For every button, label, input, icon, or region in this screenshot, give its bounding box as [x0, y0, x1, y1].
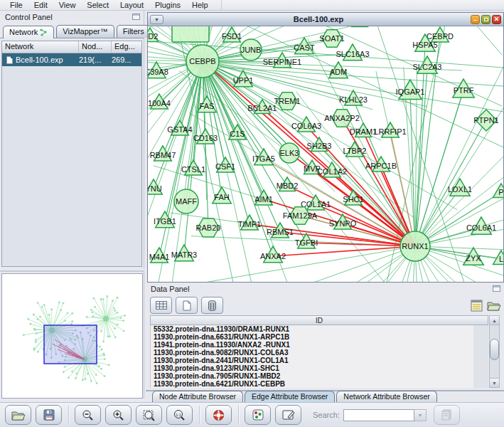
node-LTBP2[interactable]: LTBP2 — [343, 142, 367, 157]
node-CAST[interactable]: CAST — [294, 38, 315, 54]
menu-layout[interactable]: Layout — [114, 1, 149, 9]
float-panel-icon[interactable] — [493, 285, 500, 292]
annotation-button[interactable] — [275, 405, 301, 425]
node-C39A8[interactable]: C39A8 — [148, 62, 168, 78]
minimize-button[interactable]: – — [471, 15, 480, 24]
col-network[interactable]: Network — [2, 41, 79, 53]
data-panel-scrollbar[interactable]: ▲ ▼ — [489, 315, 500, 388]
menu-help[interactable]: Help — [186, 1, 214, 9]
open-button[interactable] — [5, 405, 31, 425]
edge-id-row[interactable]: 11930.protein-dna.9082/RUNX1-COL6A3 — [151, 349, 473, 357]
tab-node-attribute-browser[interactable]: Node Attribute Browser — [152, 391, 243, 402]
scroll-thumb[interactable] — [490, 339, 499, 360]
node-MAFF[interactable]: MAFF — [174, 189, 198, 214]
node-SERPINE1[interactable]: SERPINE1 — [263, 53, 301, 68]
zoom-selected-button[interactable]: 1:1 — [166, 405, 193, 425]
help-button[interactable] — [205, 405, 232, 425]
node-ITGA5[interactable]: ITGA5 — [252, 149, 275, 165]
node-ADM[interactable]: ADM — [329, 62, 348, 78]
node-MATR3[interactable]: MATR3 — [171, 245, 197, 261]
node-PTPN1[interactable]: PTPN1 — [473, 110, 498, 131]
svg-text:1:1: 1:1 — [176, 412, 181, 416]
node-CTSL1[interactable]: CTSL1 — [181, 160, 205, 175]
window-menu-button[interactable]: ▼ — [150, 15, 163, 24]
menu-view[interactable]: View — [53, 1, 82, 9]
node-KLHL23[interactable]: KLHL23 — [339, 90, 368, 105]
node-PTRF[interactable]: PTRF — [453, 79, 474, 97]
tab-network-attribute-browser[interactable]: Network Attribute Browser — [336, 391, 436, 402]
tab-edge-attribute-browser[interactable]: Edge Attribute Browser — [245, 391, 335, 402]
node-COL6A1[interactable]: COL6A1 — [466, 217, 496, 234]
node-SLC16A3[interactable]: SLC16A3 — [336, 44, 369, 60]
tab-network[interactable]: Network — [3, 26, 54, 38]
vizmapper-button[interactable] — [245, 405, 271, 425]
open-attribute-folder-icon[interactable] — [487, 300, 501, 311]
select-attributes-button[interactable] — [150, 297, 172, 314]
node-ZYX[interactable]: ZYX — [463, 248, 484, 265]
edge-id-row[interactable]: 11930.protein-dna.2441/RUNX1-COL1A1 — [151, 357, 473, 364]
scroll-down-icon[interactable]: ▼ — [490, 378, 499, 387]
node-YNU[interactable]: YNU — [148, 179, 162, 194]
float-panel-icon[interactable] — [132, 14, 140, 20]
scroll-up-icon[interactable]: ▲ — [490, 316, 499, 325]
edge-id-row[interactable]: 55332.protein-dna.11930/DRAM1-RUNX1 — [151, 325, 473, 333]
node-ANXA2P2[interactable]: ANXA2P2 — [324, 110, 360, 127]
node-AIM1[interactable]: AIM1 — [254, 190, 273, 205]
search-combobox[interactable]: ▼ — [343, 409, 427, 421]
node-TIMP1[interactable]: TIMP1 — [238, 215, 261, 230]
node-SH2B3[interactable]: SH2B3 — [307, 137, 332, 151]
col-edges[interactable]: Edg... — [112, 41, 141, 53]
node-IQGAP1[interactable]: IQGAP1 — [396, 80, 425, 100]
zoom-fit-button[interactable] — [136, 405, 162, 425]
tab-filters[interactable]: Filters — [117, 25, 151, 38]
node-ANXA2[interactable]: ANXA2 — [260, 246, 286, 263]
edge-id-row[interactable]: 11930.protein-dna.6421/RUNX1-CEBPB — [151, 380, 473, 388]
node-CEBPD[interactable]: CEBPD — [427, 27, 454, 42]
close-button[interactable]: ✕ — [492, 15, 501, 24]
node-RAB20[interactable]: RAB20 — [196, 218, 221, 237]
create-attribute-button[interactable] — [176, 297, 198, 314]
node-CEBPB[interactable]: CEBPB — [186, 45, 219, 78]
node-M4A1[interactable]: M4A1 — [149, 248, 170, 263]
id-column-header[interactable]: ID — [150, 315, 488, 325]
edge-id-row[interactable]: 11930.protein-dna.6631/RUNX1-ARPC1B — [151, 333, 473, 341]
menu-plugins[interactable]: Plugins — [149, 1, 186, 9]
birdseye-canvas[interactable] — [1, 273, 143, 399]
edge-id-row[interactable]: 11941.protein-dna.11930/ANXA2 -RUNX1 — [151, 341, 473, 349]
node-CSF1[interactable]: CSF1 — [215, 157, 235, 172]
zoom-in-button[interactable] — [105, 405, 132, 425]
node-UPP1[interactable]: UPP1 — [233, 70, 254, 87]
menu-file[interactable]: File — [4, 1, 28, 9]
search-dropdown-icon[interactable]: ▼ — [414, 409, 427, 421]
birdseye-viewport-rect[interactable] — [44, 325, 97, 364]
edge-id-row[interactable]: 11930.protein-dna.9123/RUNX1-SHC1 — [151, 364, 473, 372]
node-FSD1[interactable]: FSD1 — [222, 27, 242, 42]
edge-id-row[interactable]: 11930.protein-dna.7905/RUNX1-MBD2 — [151, 372, 473, 380]
search-input[interactable] — [343, 409, 414, 421]
node-ITGB1[interactable]: ITGB1 — [154, 211, 176, 228]
node-SHC1[interactable]: SHC1 — [343, 190, 363, 205]
maximize-button[interactable] — [481, 15, 490, 24]
attribute-editor-icon[interactable] — [471, 300, 483, 312]
node-ELK3[interactable]: ELK3 — [279, 143, 299, 163]
network-window-titlebar[interactable]: ▼ Bcell-100.exp – ✕ — [148, 13, 503, 26]
menu-select[interactable]: Select — [81, 1, 114, 9]
node-P[interactable]: P — [493, 184, 503, 197]
node-DRAM1[interactable]: DRAM1 — [350, 123, 377, 137]
tab-vizmapper[interactable]: VizMapper™ — [56, 25, 114, 38]
node-JUNB[interactable]: JUNB — [240, 39, 262, 60]
node-LRRFIP1[interactable]: LRRFIP1 — [374, 122, 406, 137]
node-MBD2[interactable]: MBD2 — [277, 177, 299, 191]
delete-attribute-button[interactable] — [201, 297, 223, 314]
zoom-out-button[interactable] — [75, 405, 101, 425]
node-FAH[interactable]: FAH — [213, 187, 232, 204]
network-row-selected[interactable]: Bcell-100.exp 219(... 269... — [2, 53, 141, 66]
col-nodes[interactable]: Nod... — [79, 41, 112, 53]
save-button[interactable] — [36, 405, 62, 425]
node-RBMS1[interactable]: RBMS1 — [267, 223, 294, 238]
network-canvas[interactable]: FSD1SOAT1TMBIM4CEBPDJUNBCASTSLC16A3HSPA5… — [148, 26, 503, 282]
node-rect[interactable] — [172, 26, 209, 42]
node-RUNX1[interactable]: RUNX1 — [400, 231, 430, 261]
node-TREM1[interactable]: TREM1 — [274, 93, 300, 110]
menu-edit[interactable]: Edit — [28, 1, 53, 9]
